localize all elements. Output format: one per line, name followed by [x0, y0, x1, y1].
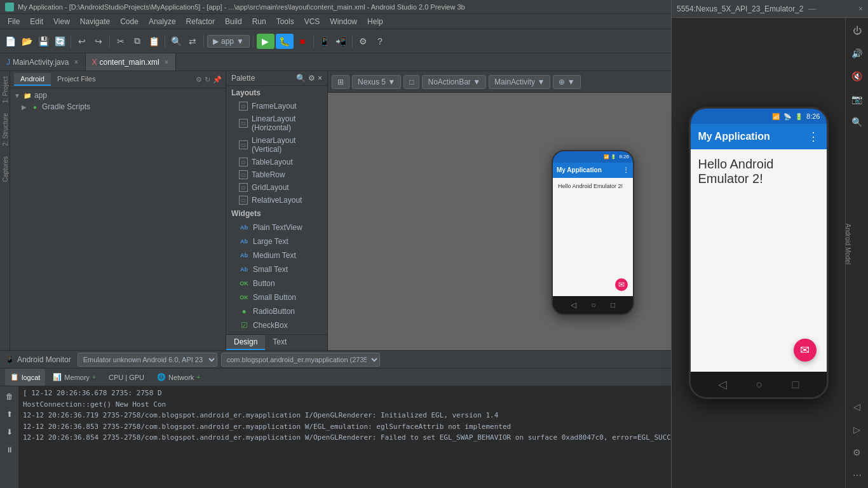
palette-close-icon[interactable]: × — [318, 74, 322, 83]
palette-item-radiobutton[interactable]: ● RadioButton — [226, 304, 327, 318]
project-tab-projectfiles[interactable]: Project Files — [51, 73, 102, 86]
emu-settings-btn[interactable]: ⚙ — [850, 445, 865, 460]
log-tab-network[interactable]: 🌐 Network + — [152, 369, 205, 386]
design-mode-btn[interactable]: ⊞ — [332, 75, 349, 89]
palette-item-linearlayouth[interactable]: □ LinearLayout (Horizontal) — [226, 112, 327, 134]
menu-run[interactable]: Run — [247, 16, 271, 27]
emu-zoom-btn[interactable]: 🔍 — [850, 114, 865, 130]
toolbar-copy[interactable]: ⧉ — [130, 34, 145, 49]
log-tab-logcat[interactable]: 📋 logcat — [5, 369, 45, 386]
project-panel-gear[interactable]: ⚙ — [196, 76, 202, 84]
toolbar-new[interactable]: 📄 — [3, 34, 18, 49]
log-scroll-bottom[interactable]: ⬇ — [2, 424, 17, 440]
palette-item-button[interactable]: OK Button — [226, 276, 327, 290]
tab-mainactivity[interactable]: J MainActivity.java × — [0, 53, 86, 71]
palette-tab-design[interactable]: Design — [226, 335, 265, 350]
menu-window[interactable]: Window — [325, 16, 362, 27]
menu-help[interactable]: Help — [362, 16, 388, 27]
palette-item-smalltext[interactable]: Ab Small Text — [226, 262, 327, 276]
tab-mainactivity-close[interactable]: × — [74, 58, 78, 67]
emulator-minimize[interactable]: — — [808, 4, 816, 13]
toolbar-sync[interactable]: 🔄 — [52, 34, 67, 49]
tab-contentmain[interactable]: X content_main.xml × — [86, 53, 176, 71]
menu-build[interactable]: Build — [220, 16, 247, 27]
tab-contentmain-close[interactable]: × — [165, 58, 169, 67]
locale-btn[interactable]: ⊕ ▼ — [553, 75, 580, 89]
toolbar-help[interactable]: ? — [372, 34, 388, 49]
palette-item-tablelayout[interactable]: □ TableLayout — [226, 156, 327, 168]
emulator-home-icon[interactable]: ○ — [756, 378, 763, 391]
toolbar-find[interactable]: 🔍 — [168, 34, 184, 49]
emu-rotate-btn[interactable]: 📷 — [850, 92, 865, 107]
palette-item-relativelayout[interactable]: □ RelativeLayout — [226, 194, 327, 207]
emulator-fab[interactable]: ✉ — [794, 339, 817, 362]
emu-back-btn[interactable]: ◁ — [850, 399, 865, 414]
log-tab-cpu[interactable]: CPU | GPU — [104, 369, 149, 386]
log-scroll-top[interactable]: ⬆ — [2, 407, 17, 422]
network-add[interactable]: + — [196, 374, 200, 381]
emu-power-btn[interactable]: ⏻ — [850, 23, 865, 38]
log-tab-memory[interactable]: 📊 Memory + — [48, 369, 101, 386]
palette-item-largetext[interactable]: Ab Large Text — [226, 234, 327, 248]
emu-more-btn[interactable]: ⋯ — [850, 468, 865, 483]
side-tab-structure[interactable]: 2: Structure — [0, 108, 10, 151]
menu-edit[interactable]: Edit — [25, 16, 48, 27]
theme-selector[interactable]: NoActionBar ▼ — [422, 75, 486, 89]
emu-forward-btn[interactable]: ▷ — [850, 422, 865, 437]
menu-refactor[interactable]: Refactor — [181, 16, 220, 27]
tree-expand-app[interactable]: ▼ — [14, 92, 20, 99]
package-selector[interactable]: com.blogspot.android_er.myapplication (2… — [221, 353, 380, 367]
tree-item-gradle[interactable]: ▶ ● Gradle Scripts — [11, 101, 224, 112]
menu-analyze[interactable]: Analyze — [144, 16, 181, 27]
menu-file[interactable]: File — [3, 16, 25, 27]
menu-view[interactable]: View — [48, 16, 75, 27]
tree-item-app[interactable]: ▼ 📁 app — [11, 90, 224, 101]
palette-item-framelayout[interactable]: □ FrameLayout — [226, 100, 327, 112]
toolbar-open[interactable]: 📂 — [19, 34, 34, 49]
debug-button[interactable]: 🐛 — [276, 34, 294, 49]
project-panel-sync[interactable]: ↻ — [205, 76, 210, 84]
palette-item-mediumtext[interactable]: Ab Medium Text — [226, 248, 327, 262]
memory-add[interactable]: + — [92, 374, 96, 381]
toolbar-stop[interactable]: ■ — [295, 34, 310, 49]
toolbar-settings[interactable]: ⚙ — [356, 34, 371, 49]
palette-item-tablerow[interactable]: □ TableRow — [226, 168, 327, 181]
device-selector[interactable]: Nexus 5 ▼ — [352, 75, 401, 89]
palette-search-icon[interactable]: 🔍 — [296, 74, 306, 83]
side-tab-captures[interactable]: Captures — [0, 151, 10, 187]
side-tab-project[interactable]: 1: Project — [0, 71, 10, 108]
run-button[interactable]: ▶ — [257, 34, 275, 49]
log-pause[interactable]: ⏸ — [2, 442, 17, 458]
emu-volume-up-btn[interactable]: 🔊 — [850, 46, 865, 61]
toolbar-undo[interactable]: ↩ — [74, 34, 90, 49]
toolbar-replace[interactable]: ⇄ — [185, 34, 200, 49]
palette-item-smallbutton[interactable]: OK Small Button — [226, 290, 327, 304]
emulator-recents-icon[interactable]: □ — [792, 378, 799, 391]
menu-tools[interactable]: Tools — [271, 16, 299, 27]
toolbar-save[interactable]: 💾 — [36, 34, 51, 49]
toolbar-avd[interactable]: 📲 — [334, 34, 349, 49]
menu-navigate[interactable]: Navigate — [75, 16, 115, 27]
toolbar-cut[interactable]: ✂ — [113, 34, 128, 49]
toolbar-paste[interactable]: 📋 — [146, 34, 161, 49]
menu-code[interactable]: Code — [115, 16, 144, 27]
menu-vcs[interactable]: VCS — [299, 16, 325, 27]
app-selector[interactable]: ▶ app ▼ — [207, 35, 250, 48]
palette-item-gridlayout[interactable]: □ GridLayout — [226, 181, 327, 194]
emulator-selector[interactable]: Emulator unknown Android 6.0, API 23 — [78, 353, 217, 367]
tree-expand-gradle[interactable]: ▶ — [22, 104, 28, 111]
toolbar-sdk[interactable]: 📱 — [317, 34, 332, 49]
palette-item-linearlayoutv[interactable]: □ LinearLayout (Vertical) — [226, 134, 327, 156]
log-clear[interactable]: 🗑 — [2, 389, 17, 404]
project-tab-android[interactable]: Android — [14, 73, 51, 86]
emu-volume-down-btn[interactable]: 🔇 — [850, 69, 865, 84]
palette-tab-text[interactable]: Text — [265, 335, 294, 350]
toolbar-redo[interactable]: ↪ — [91, 34, 106, 49]
palette-item-plaintextview[interactable]: Ab Plain TextView — [226, 220, 327, 234]
project-panel-pin[interactable]: 📌 — [213, 76, 222, 84]
orientation-btn[interactable]: □ — [403, 75, 419, 89]
activity-selector[interactable]: MainActivity ▼ — [489, 75, 550, 89]
emulator-close[interactable]: × — [858, 4, 863, 13]
emulator-back-icon[interactable]: ◁ — [718, 377, 727, 391]
palette-item-checkbox[interactable]: ☑ CheckBox — [226, 318, 327, 332]
